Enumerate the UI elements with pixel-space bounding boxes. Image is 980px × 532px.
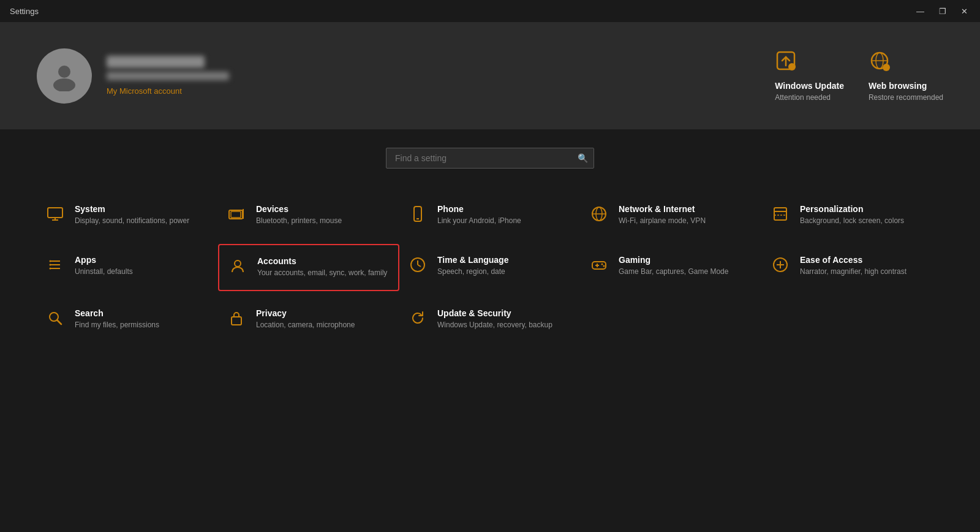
settings-item-phone[interactable]: Phone Link your Android, iPhone [399,193,581,238]
settings-item-system[interactable]: System Display, sound, notifications, po… [37,193,218,238]
update-icon [408,310,428,331]
window-controls: — ❐ ✕ [914,7,970,16]
ms-account-link[interactable]: My Microsoft account [107,86,182,96]
phone-icon [408,205,428,227]
apps-title: Apps [75,255,133,265]
ease-desc: Narrator, magnifier, high contrast [800,267,907,277]
system-title: System [75,204,189,214]
windows-update-icon-wrap [775,50,797,76]
settings-item-search[interactable]: Search Find my files, permissions [37,297,218,342]
personalization-icon [771,205,790,227]
settings-item-time[interactable]: Time & Language Speech, region, date [399,244,581,291]
web-browsing-icon [869,56,891,75]
svg-line-32 [418,265,421,267]
accounts-icon [228,257,247,279]
settings-item-privacy[interactable]: Privacy Location, camera, microphone [218,297,399,342]
search-desc: Find my files, permissions [75,320,159,330]
network-icon [589,205,609,227]
gaming-desc: Game Bar, captures, Game Mode [619,267,728,277]
personalization-title: Personalization [800,204,904,214]
network-desc: Wi-Fi, airplane mode, VPN [619,216,706,226]
ease-title: Ease of Access [800,255,907,265]
svg-point-0 [58,66,70,78]
search-bar: 🔍 [386,148,594,169]
app-title: Settings [10,7,39,16]
user-info: My Microsoft account [107,56,760,96]
windows-update-icon [775,56,797,75]
system-desc: Display, sound, notifications, power [75,216,189,226]
network-title: Network & Internet [619,204,706,214]
svg-rect-20 [774,208,786,220]
time-desc: Speech, region, date [437,267,508,277]
update-title: Update & Security [437,308,552,318]
svg-point-7 [883,64,890,71]
gaming-icon [589,256,609,278]
settings-grid: System Display, sound, notifications, po… [37,193,943,342]
svg-point-37 [603,265,605,267]
svg-line-42 [57,320,61,324]
web-browsing-icon-wrap [869,50,891,76]
close-button[interactable]: ✕ [959,7,970,16]
update-desc: Windows Update, recovery, backup [437,320,552,330]
system-icon [45,205,65,227]
svg-point-26 [50,260,51,262]
settings-item-apps[interactable]: Apps Uninstall, defaults [37,244,218,291]
privacy-icon [227,310,246,331]
settings-item-personalization[interactable]: Personalization Background, lock screen,… [762,193,943,238]
header: My Microsoft account Windows Update Atte… [0,22,980,129]
gaming-title: Gaming [619,255,728,265]
accounts-title: Accounts [257,256,387,266]
personalization-desc: Background, lock screen, colors [800,216,904,226]
apps-desc: Uninstall, defaults [75,267,133,277]
time-title: Time & Language [437,255,508,265]
svg-point-27 [50,264,51,266]
devices-icon [227,205,246,227]
restore-button[interactable]: ❐ [937,7,949,16]
settings-item-accounts[interactable]: Accounts Your accounts, email, sync, wor… [218,244,399,291]
settings-item-devices[interactable]: Devices Bluetooth, printers, mouse [218,193,399,238]
ease-icon [771,256,790,278]
web-browsing-subtitle: Restore recommended [869,93,943,102]
search-title: Search [75,308,159,318]
svg-point-29 [235,260,241,267]
avatar [37,48,92,104]
apps-icon [45,256,65,278]
svg-point-28 [50,268,51,270]
main-content: 🔍 System Display, sound, notifications, … [0,129,980,360]
web-browsing-status[interactable]: Web browsing Restore recommended [869,50,943,102]
svg-rect-13 [231,211,241,218]
privacy-title: Privacy [256,308,355,318]
svg-point-3 [788,63,796,70]
user-name [107,56,205,68]
devices-desc: Bluetooth, printers, mouse [256,216,342,226]
phone-desc: Link your Android, iPhone [437,216,521,226]
web-browsing-title: Web browsing [869,81,927,91]
svg-point-1 [53,78,75,91]
search-icon [45,310,65,331]
minimize-button[interactable]: — [914,7,927,16]
privacy-desc: Location, camera, microphone [256,320,355,330]
time-icon [408,256,428,278]
windows-update-subtitle: Attention needed [775,93,831,102]
settings-item-gaming[interactable]: Gaming Game Bar, captures, Game Mode [581,244,762,291]
accounts-desc: Your accounts, email, sync, work, family [257,268,387,278]
search-input[interactable] [386,148,594,169]
settings-item-update[interactable]: Update & Security Windows Update, recove… [399,297,581,342]
phone-title: Phone [437,204,521,214]
search-icon: 🔍 [578,153,588,163]
svg-rect-43 [232,317,241,325]
svg-rect-8 [48,208,62,218]
user-email [107,72,229,80]
settings-item-network[interactable]: Network & Internet Wi-Fi, airplane mode,… [581,193,762,238]
header-status-area: Windows Update Attention needed Web brow… [775,50,943,102]
titlebar: Settings — ❐ ✕ [0,0,980,22]
settings-item-ease[interactable]: Ease of Access Narrator, magnifier, high… [762,244,943,291]
windows-update-status[interactable]: Windows Update Attention needed [775,50,844,102]
devices-title: Devices [256,204,342,214]
search-bar-wrap: 🔍 [37,148,943,169]
svg-point-36 [601,264,603,265]
windows-update-title: Windows Update [775,81,844,91]
